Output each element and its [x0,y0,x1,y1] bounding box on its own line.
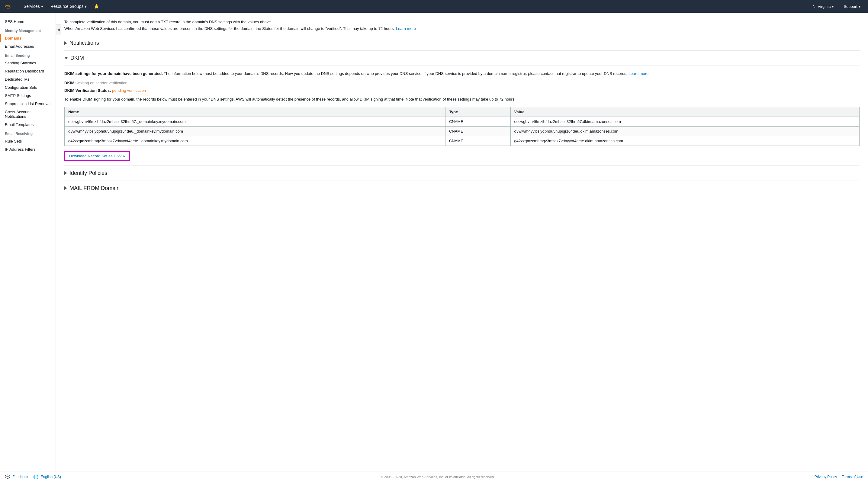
dkim-verification-label: DKIM Verification Status: [64,88,111,93]
dkim-content: DKIM settings for your domain have been … [64,66,860,166]
table-cell-value-0: eccwgbvm46mzihfdaz2mhselt32fhm57.dkim.am… [510,117,859,126]
sidebar-item-rule-sets[interactable]: Rule Sets [0,137,56,145]
identity-policies-title: Identity Policies [69,170,107,176]
services-label: Services [24,4,40,9]
notifications-collapse-icon [64,41,67,45]
sidebar-item-email-templates[interactable]: Email Templates [0,121,56,129]
top-nav: aws Services ▾ Resource Groups ▾ ⭐ N. Vi… [0,0,868,13]
learn-more-link-2[interactable]: Learn more [628,71,648,76]
dkim-section-header[interactable]: DKIM [64,51,860,66]
notifications-section-header[interactable]: Notifications [64,36,860,51]
sidebar-section-identity-mgmt: Identity Management [0,26,56,34]
resource-groups-label: Resource Groups [51,4,84,9]
bookmark-icon-btn[interactable]: ⭐ [92,3,101,10]
sidebar-collapse-handle[interactable]: ◀ [56,24,61,35]
dkim-info-detail: The information below must be added to y… [164,71,627,76]
sidebar: SES Home Identity Management Domains Ema… [0,13,56,471]
aws-logo-icon: aws [5,2,16,10]
table-row: eccwgbvm46mzihfdaz2mhselt32fhm57._domain… [65,117,860,126]
sidebar-item-cross-account[interactable]: Cross-Account Notifications [0,108,56,121]
dkim-status-label: DKIM: [64,81,76,85]
region-label: N. Virginia [813,4,831,9]
sidebar-item-dedicated-ips[interactable]: Dedicated IPs [0,75,56,83]
top-info-text-2: When Amazon Web Services has confirmed t… [64,25,860,32]
sidebar-item-domains[interactable]: Domains [0,34,56,42]
resource-groups-menu[interactable]: Resource Groups ▾ [48,3,89,10]
services-chevron-icon: ▾ [41,4,43,9]
table-cell-value-2: g42zzgmzcmhmqz3msoz7vdnyyot4eete.dkim.am… [510,136,859,146]
dkim-verification-block: DKIM Verification Status: pending verifi… [64,88,860,93]
top-info-block: To complete verification of this domain,… [64,19,860,32]
notifications-title: Notifications [69,40,99,46]
support-label: Support [843,4,858,9]
dkim-verification-value: pending verification [112,88,146,93]
services-menu[interactable]: Services ▾ [21,3,45,10]
table-col-value: Value [510,107,859,117]
main-content: To complete verification of this domain,… [56,13,868,471]
table-cell-name-0: eccwgbvm46mzihfdaz2mhselt32fhm57._domain… [65,117,445,126]
sidebar-item-suppression-list[interactable]: Suppression List Removal [0,100,56,108]
dkim-status-value: waiting on sender verification... [77,81,130,85]
table-cell-type-0: CNAME [445,117,510,126]
table-row: d3wiwm4yvlbsiyqphdu5nupqjrz64deu._domain… [65,126,860,136]
mail-from-collapse-icon [64,186,67,190]
table-cell-value-1: d3wiwm4yvlbsiyqphdu5nupqjrz64deu.dkim.am… [510,126,859,136]
table-row: g42zzgmzcmhmqz3msoz7vdnyyot4eete._domain… [65,136,860,146]
support-chevron-icon: ▾ [859,4,861,9]
sidebar-section-email-receiving: Email Receiving [0,129,56,137]
top-info-text-1: To complete verification of this domain,… [64,19,860,25]
dkim-collapse-icon [64,57,68,60]
region-menu[interactable]: N. Virginia ▾ [810,3,837,10]
identity-policies-section-header[interactable]: Identity Policies [64,166,860,181]
sidebar-item-ses-home[interactable]: SES Home [0,18,56,26]
table-col-type: Type [445,107,510,117]
table-cell-name-2: g42zzgmzcmhmqz3msoz7vdnyyot4eete._domain… [65,136,445,146]
sidebar-item-email-addresses[interactable]: Email Addresses [0,42,56,51]
dkim-info-text: DKIM settings for your domain have been … [64,71,860,77]
sidebar-item-sending-statistics[interactable]: Sending Statistics [0,59,56,67]
sidebar-section-email-sending: Email Sending [0,51,56,59]
table-col-name: Name [65,107,445,117]
sidebar-item-reputation-dashboard[interactable]: Reputation Dashboard [0,67,56,75]
dkim-enable-text: To enable DKIM signing for your domain, … [64,96,860,103]
learn-more-link-1[interactable]: Learn more [396,26,416,31]
table-cell-type-2: CNAME [445,136,510,146]
dkim-title: DKIM [70,55,84,61]
region-chevron-icon: ▾ [832,4,834,9]
resource-groups-chevron-icon: ▾ [85,4,87,9]
table-cell-type-1: CNAME [445,126,510,136]
support-menu[interactable]: Support ▾ [841,3,863,10]
dkim-section: DKIM DKIM settings for your domain have … [64,51,860,166]
dkim-status-block: DKIM: waiting on sender verification... [64,81,860,85]
svg-text:aws: aws [5,4,10,7]
identity-policies-collapse-icon [64,171,67,175]
top-info-text-2-content: When Amazon Web Services has confirmed t… [64,26,395,31]
download-csv-button[interactable]: Download Record Set as CSV » [64,151,130,161]
dns-table: Name Type Value eccwgbvm46mzihfdaz2mhsel… [64,107,860,146]
table-cell-name-1: d3wiwm4yvlbsiyqphdu5nupqjrz64deu._domain… [65,126,445,136]
mail-from-title: MAIL FROM Domain [69,185,120,191]
sidebar-item-ip-filters[interactable]: IP Address Filters [0,145,56,153]
sidebar-item-smtp-settings[interactable]: SMTP Settings [0,92,56,100]
dkim-info-bold: DKIM settings for your domain have been … [64,71,163,76]
sidebar-item-configuration-sets[interactable]: Configuration Sets [0,83,56,92]
mail-from-section-header[interactable]: MAIL FROM Domain [64,181,860,196]
